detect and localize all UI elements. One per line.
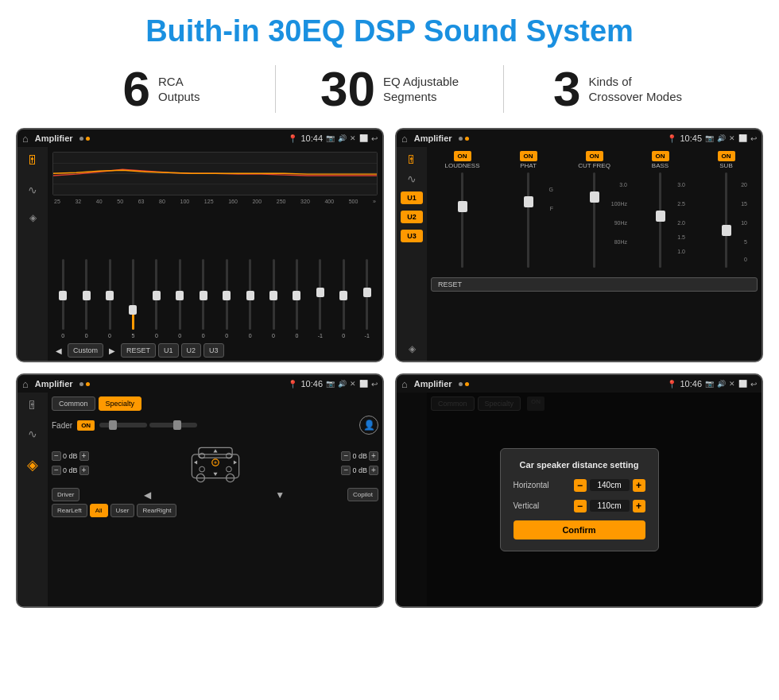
eq-sliders-icon[interactable]: 🎚: [26, 153, 39, 168]
cutfreq-toggle[interactable]: ON: [586, 151, 603, 161]
horizontal-value: 140cm: [590, 479, 630, 491]
status-right-1: 📍 10:44 📷 🔊 ✕ ⬜ ↩: [288, 133, 378, 143]
reset-btn[interactable]: RESET: [121, 343, 156, 358]
vol-rr-minus[interactable]: −: [341, 466, 351, 475]
u3-btn[interactable]: U3: [203, 343, 224, 358]
user-btn[interactable]: User: [110, 504, 135, 517]
vol-fr-minus[interactable]: −: [341, 451, 351, 461]
home-icon-3[interactable]: ⌂: [22, 378, 29, 390]
play-next-btn[interactable]: ▶: [106, 345, 118, 357]
driver-btn[interactable]: Driver: [52, 488, 79, 501]
fader-eq-icon[interactable]: 🎚: [27, 399, 38, 412]
slider-13[interactable]: 0: [333, 259, 354, 338]
left-arrow-btn[interactable]: ◀: [82, 488, 212, 501]
cross-speaker-icon[interactable]: ◈: [409, 343, 416, 354]
horizontal-minus-btn[interactable]: −: [574, 479, 587, 492]
eq-wave-icon[interactable]: ∿: [28, 184, 37, 196]
rear-right-btn[interactable]: RearRight: [137, 504, 176, 517]
stat-rca: 6 RCA Outputs: [48, 64, 275, 114]
vertical-plus-btn[interactable]: +: [633, 500, 645, 512]
slider-11[interactable]: 0: [286, 259, 307, 338]
phat-toggle[interactable]: ON: [520, 151, 537, 161]
preset-u1[interactable]: U1: [401, 191, 423, 204]
settings-avatar-icon[interactable]: 👤: [359, 416, 378, 435]
screen-dialog: ⌂ Amplifier 📍 10:46 📷 🔊 ✕ ⬜ ↩: [395, 373, 763, 608]
back-icon-3[interactable]: ↩: [371, 380, 378, 389]
stat-number-rca: 6: [122, 64, 149, 114]
right-vols: − 0 dB + − 0 dB +: [341, 441, 378, 485]
horizontal-controls: − 140cm +: [574, 479, 645, 492]
slider-1[interactable]: 0: [52, 259, 73, 338]
svg-marker-15: [213, 449, 217, 452]
back-icon-1[interactable]: ↩: [371, 134, 378, 143]
tab-specialty[interactable]: Specialty: [99, 396, 142, 411]
vol-fr-plus[interactable]: +: [369, 451, 378, 461]
eq-bottom-bar: ◀ Custom ▶ RESET U1 U2 U3: [52, 343, 378, 358]
slider-8[interactable]: 0: [216, 259, 237, 338]
location-icon-3: 📍: [288, 380, 297, 389]
page-title: Buith-in 30EQ DSP Sound System: [0, 0, 779, 56]
slider-10[interactable]: 0: [263, 259, 284, 338]
u2-btn[interactable]: U2: [181, 343, 202, 358]
eq-graph: [52, 152, 378, 195]
dot-s3-1: [79, 382, 83, 386]
rear-left-btn[interactable]: RearLeft: [52, 504, 87, 517]
fader-slider-1[interactable]: [99, 423, 147, 427]
slider-9[interactable]: 0: [239, 259, 260, 338]
fader-speaker-icon[interactable]: ◈: [27, 456, 38, 474]
cross-wave-icon[interactable]: ∿: [407, 172, 417, 185]
stat-eq: 30 EQ Adjustable Segments: [276, 64, 503, 114]
eq-speaker-icon[interactable]: ◈: [29, 212, 37, 223]
fader-controls: Fader ON 👤: [52, 416, 378, 435]
status-bar-1: ⌂ Amplifier 📍 10:44 📷 🔊 ✕ ⬜ ↩: [17, 130, 382, 147]
down-arrow-btn[interactable]: ▼: [215, 488, 345, 501]
custom-btn[interactable]: Custom: [68, 343, 103, 358]
confirm-button[interactable]: Confirm: [514, 520, 645, 540]
time-4: 10:46: [680, 379, 702, 389]
slider-5[interactable]: 0: [146, 259, 167, 338]
fader-slider-2[interactable]: [149, 423, 197, 427]
vertical-minus-btn[interactable]: −: [574, 500, 587, 512]
horizontal-plus-btn[interactable]: +: [633, 479, 645, 492]
home-icon-1[interactable]: ⌂: [22, 133, 29, 145]
all-btn[interactable]: All: [90, 504, 108, 517]
fader-on-btn[interactable]: ON: [77, 420, 95, 431]
vol-fl-minus[interactable]: −: [52, 451, 61, 461]
slider-14[interactable]: -1: [356, 259, 377, 338]
play-prev-btn[interactable]: ◀: [52, 345, 65, 357]
slider-3[interactable]: 0: [99, 259, 120, 338]
vol-rr-plus[interactable]: +: [369, 466, 378, 475]
tab-common[interactable]: Common: [52, 396, 95, 411]
preset-u3[interactable]: U3: [401, 230, 423, 242]
u1-btn[interactable]: U1: [158, 343, 179, 358]
home-icon-2[interactable]: ⌂: [401, 133, 408, 145]
time-2: 10:45: [680, 133, 702, 143]
dialog-title: Car speaker distance setting: [514, 460, 645, 470]
slider-12[interactable]: -1: [310, 259, 331, 338]
crossover-main-area: ON LOUDNESS ON PHAT: [427, 147, 762, 361]
fader-wave-icon[interactable]: ∿: [28, 427, 37, 440]
slider-4[interactable]: 5: [122, 259, 143, 338]
vol-rl-minus[interactable]: −: [52, 466, 61, 475]
dot-s4-1: [459, 382, 463, 386]
loudness-toggle[interactable]: ON: [454, 151, 471, 161]
cross-eq-icon[interactable]: 🎚: [406, 153, 417, 166]
vol-fl-plus[interactable]: +: [79, 451, 89, 461]
slider-2[interactable]: 0: [76, 259, 96, 338]
back-icon-2[interactable]: ↩: [750, 134, 757, 143]
back-icon-4[interactable]: ↩: [750, 380, 757, 389]
vol-rl-plus[interactable]: +: [79, 466, 89, 475]
preset-u2[interactable]: U2: [401, 211, 423, 223]
home-icon-4[interactable]: ⌂: [401, 378, 408, 390]
svg-point-11: [226, 466, 231, 472]
slider-7[interactable]: 0: [193, 259, 214, 338]
stat-crossover: 3 Kinds of Crossover Modes: [504, 64, 731, 114]
vol-fr: − 0 dB +: [341, 451, 378, 461]
location-icon-1: 📍: [288, 134, 297, 143]
fader-content: 🎚 ∿ ◈ Common Specialty Fader ON: [17, 393, 382, 606]
copilot-btn[interactable]: Copilot: [347, 488, 378, 501]
sub-toggle[interactable]: ON: [718, 151, 735, 161]
cross-reset-btn[interactable]: RESET: [431, 277, 758, 292]
slider-6[interactable]: 0: [169, 259, 190, 338]
bass-toggle[interactable]: ON: [652, 151, 669, 161]
